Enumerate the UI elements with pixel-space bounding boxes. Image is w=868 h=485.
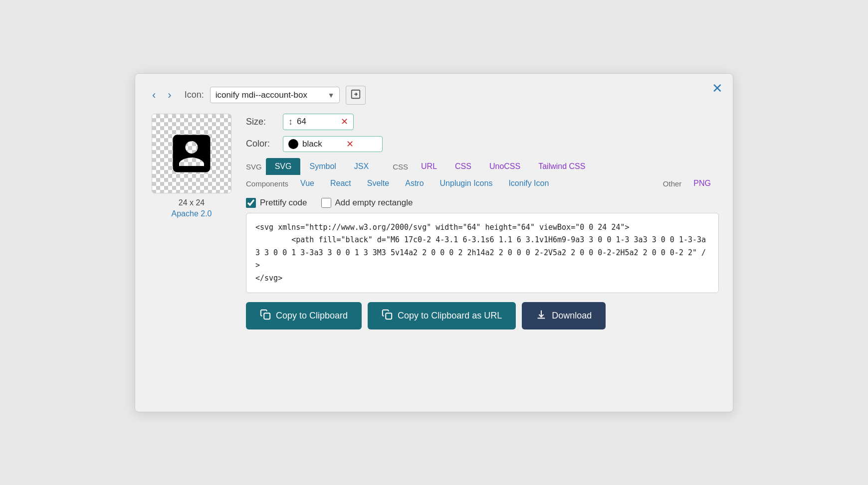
- svg-section-label: SVG: [246, 162, 262, 175]
- tab-jsx[interactable]: JSX: [345, 158, 378, 175]
- color-clear-button[interactable]: ✕: [346, 140, 354, 149]
- right-panel: Size: ↕ ✕ Color: ✕ S: [246, 114, 719, 330]
- tab-unplugin[interactable]: Unplugin Icons: [432, 175, 501, 192]
- buttons-row: Copy to Clipboard Copy to Clipboard as U…: [246, 302, 719, 329]
- options-row: Prettify code Add empty rectangle: [246, 198, 719, 208]
- icon-preview: [152, 114, 231, 193]
- css-tabs-group: URL CSS UnoCSS Tailwind CSS: [412, 158, 594, 175]
- tab-tailwind[interactable]: Tailwind CSS: [529, 158, 594, 175]
- icon-dialog: ✕ ‹ › Icon: iconify mdi--account-box ▼: [135, 73, 733, 412]
- copy-url-label: Copy to Clipboard as URL: [398, 311, 502, 321]
- tab-vue[interactable]: Vue: [292, 175, 322, 192]
- rectangle-checkbox-label[interactable]: Add empty rectangle: [321, 198, 413, 208]
- other-label: Other: [659, 175, 686, 192]
- icon-license-link[interactable]: Apache 2.0: [172, 209, 212, 218]
- rectangle-label: Add empty rectangle: [335, 198, 413, 208]
- color-label: Color:: [246, 139, 276, 149]
- close-button[interactable]: ✕: [712, 82, 723, 95]
- tab-iconify[interactable]: Iconify Icon: [500, 175, 557, 192]
- color-input-wrapper: ✕: [283, 136, 383, 152]
- tab-png[interactable]: PNG: [685, 175, 719, 192]
- download-button[interactable]: Download: [522, 302, 606, 329]
- download-icon: [536, 309, 547, 323]
- tab-svelte[interactable]: Svelte: [359, 175, 397, 192]
- tab-symbol[interactable]: Symbol: [300, 158, 345, 175]
- back-button[interactable]: ‹: [149, 88, 159, 103]
- size-field-row: Size: ↕ ✕: [246, 114, 719, 130]
- code-block[interactable]: <svg xmlns="http://www.w3.org/2000/svg" …: [246, 213, 719, 294]
- icon-select-wrapper: iconify mdi--account-box ▼: [210, 87, 340, 103]
- tab-astro[interactable]: Astro: [397, 175, 432, 192]
- size-label: Size:: [246, 117, 276, 127]
- header-row: ‹ › Icon: iconify mdi--account-box ▼: [149, 86, 719, 105]
- icon-size-label: 24 x 24: [179, 198, 205, 207]
- svg-rect-1: [264, 313, 270, 319]
- size-input-wrapper: ↕ ✕: [283, 114, 354, 130]
- css-section-label: CSS: [393, 162, 408, 175]
- copy-to-clipboard-url-button[interactable]: Copy to Clipboard as URL: [368, 302, 516, 329]
- color-dot-icon: [288, 139, 298, 149]
- components-row: Components Vue React Svelte Astro Unplug…: [246, 175, 719, 192]
- svg-tabs-group: SVG Symbol JSX: [266, 158, 378, 175]
- icon-field-label: Icon:: [185, 90, 204, 100]
- icon-link-button[interactable]: [346, 86, 366, 105]
- prettify-checkbox-label[interactable]: Prettify code: [246, 198, 307, 208]
- forward-button[interactable]: ›: [165, 88, 174, 103]
- component-tabs: Vue React Svelte Astro Unplugin Icons Ic…: [292, 175, 557, 192]
- main-tabs-row: SVG SVG Symbol JSX CSS URL CSS UnoCSS Ta…: [246, 158, 719, 175]
- tab-svg[interactable]: SVG: [266, 158, 301, 175]
- copy-to-clipboard-button[interactable]: Copy to Clipboard: [246, 302, 362, 329]
- prettify-label: Prettify code: [260, 198, 307, 208]
- left-panel: 24 x 24 Apache 2.0: [149, 114, 234, 330]
- tabs-section: SVG SVG Symbol JSX CSS URL CSS UnoCSS Ta…: [246, 158, 719, 192]
- size-arrows-icon: ↕: [288, 117, 293, 127]
- size-clear-button[interactable]: ✕: [341, 117, 348, 126]
- copy-url-icon: [382, 309, 393, 323]
- components-label: Components: [246, 175, 292, 192]
- color-input[interactable]: [302, 139, 342, 149]
- copy-icon: [260, 309, 271, 323]
- body-row: 24 x 24 Apache 2.0 Size: ↕ ✕ Color:: [149, 114, 719, 330]
- svg-rect-2: [386, 313, 392, 319]
- copy-label: Copy to Clipboard: [276, 311, 348, 321]
- tab-react[interactable]: React: [322, 175, 359, 192]
- tab-css[interactable]: CSS: [446, 158, 480, 175]
- color-field-row: Color: ✕: [246, 136, 719, 152]
- download-label: Download: [552, 311, 592, 321]
- prettify-checkbox[interactable]: [246, 198, 256, 208]
- rectangle-checkbox[interactable]: [321, 198, 331, 208]
- icon-select[interactable]: iconify mdi--account-box: [210, 87, 340, 103]
- tab-url[interactable]: URL: [412, 158, 446, 175]
- tab-unocss[interactable]: UnoCSS: [480, 158, 529, 175]
- size-input[interactable]: [297, 117, 337, 127]
